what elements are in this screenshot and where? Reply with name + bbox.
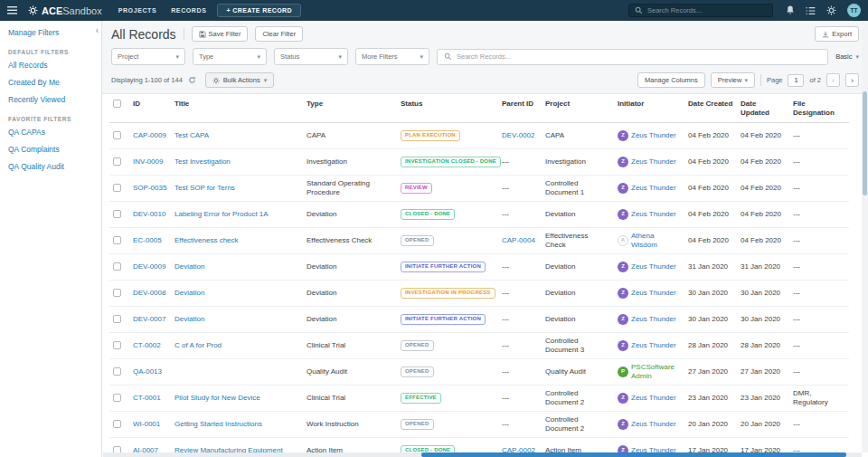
manage-columns-button[interactable]: Manage Columns — [637, 72, 705, 88]
parent-id-link[interactable]: --- — [502, 341, 509, 349]
manage-filters-link[interactable]: Manage Filters — [8, 28, 96, 37]
record-title-link[interactable]: Getting Started Instructions — [175, 420, 262, 428]
table-row[interactable]: CT-0001 Pilot Study for New Device Clini… — [109, 386, 849, 412]
parent-id-link[interactable]: CAP-0004 — [502, 236, 535, 244]
initiator-link[interactable]: Zeus Thunder — [631, 210, 676, 219]
parent-id-link[interactable]: --- — [502, 262, 509, 271]
initiator-link[interactable]: Zeus Thunder — [631, 157, 676, 167]
sidebar-filter-link[interactable]: Recently Viewed — [8, 95, 96, 104]
horizontal-scrollbar-thumb[interactable] — [421, 452, 846, 457]
sidebar-filter-link[interactable]: QA Complaints — [8, 145, 96, 154]
parent-id-link[interactable]: --- — [502, 184, 509, 192]
table-row[interactable]: DEV-0008 Deviation Deviation INVESTIGATI… — [109, 281, 849, 307]
table-row[interactable]: DEV-0009 Deviation Deviation INITIATE FU… — [109, 254, 849, 281]
row-checkbox[interactable] — [113, 184, 121, 192]
filter-dropdown[interactable]: Project▾ — [111, 48, 185, 65]
vertical-scrollbar-thumb[interactable] — [863, 91, 867, 195]
parent-id-link[interactable]: --- — [502, 289, 509, 297]
parent-id-link[interactable]: --- — [502, 420, 509, 428]
table-row[interactable]: DEV-0010 Labeling Error for Product 1A D… — [109, 202, 849, 228]
parent-id-link[interactable]: --- — [502, 210, 509, 218]
records-search-input[interactable] — [457, 52, 821, 61]
app-logo[interactable]: ACESandbox — [28, 5, 102, 16]
row-checkbox[interactable] — [113, 210, 121, 218]
row-checkbox[interactable] — [113, 157, 121, 166]
notifications-bell-icon[interactable] — [786, 5, 795, 15]
initiator-link[interactable]: Zeus Thunder — [631, 341, 676, 350]
hamburger-menu-icon[interactable] — [7, 6, 17, 14]
parent-id-link[interactable]: --- — [502, 394, 509, 402]
record-title-link[interactable]: Deviation — [175, 289, 204, 297]
row-checkbox[interactable] — [113, 236, 121, 244]
parent-id-link[interactable]: --- — [502, 315, 509, 323]
table-row[interactable]: INV-0009 Test Investigation Investigatio… — [109, 149, 849, 176]
record-id-link[interactable]: CAP-0009 — [133, 131, 166, 139]
initiator-link[interactable]: Zeus Thunder — [631, 315, 676, 324]
table-row[interactable]: SOP-0035 Test SOP for Terns Standard Ope… — [109, 176, 849, 202]
initiator-link[interactable]: Athena Wisdom — [631, 232, 681, 250]
user-avatar[interactable]: TT — [847, 4, 861, 17]
record-id-link[interactable]: INV-0009 — [133, 157, 163, 166]
row-checkbox[interactable] — [113, 289, 121, 297]
record-title-link[interactable]: Pilot Study for New Device — [175, 394, 260, 402]
record-title-link[interactable]: C of A for Prod — [175, 341, 222, 349]
row-checkbox[interactable] — [113, 315, 121, 323]
navbar-search-input[interactable] — [647, 6, 767, 14]
parent-id-link[interactable]: DEV-0002 — [502, 131, 534, 139]
initiator-link[interactable]: PSCSoftware Admin — [631, 363, 681, 381]
column-header[interactable]: Initiator — [614, 94, 684, 123]
view-mode-dropdown[interactable]: Basic▾ — [835, 52, 859, 61]
sidebar-filter-link[interactable]: QA Quality Audit — [8, 162, 96, 171]
table-row[interactable]: WI-0001 Getting Started Instructions Wor… — [109, 412, 849, 438]
row-checkbox[interactable] — [113, 341, 121, 349]
row-checkbox[interactable] — [113, 367, 121, 376]
record-title-link[interactable]: Deviation — [175, 262, 204, 271]
nav-projects[interactable]: PROJECTS — [118, 7, 157, 14]
filter-dropdown[interactable]: Type▾ — [193, 48, 267, 65]
refresh-icon[interactable] — [188, 76, 196, 84]
settings-gear-icon[interactable] — [826, 5, 836, 15]
record-id-link[interactable]: WI-0001 — [133, 420, 160, 428]
records-search[interactable] — [437, 49, 828, 65]
record-title-link[interactable]: Effectiveness check — [175, 236, 239, 244]
initiator-link[interactable]: Zeus Thunder — [631, 131, 676, 140]
column-header[interactable]: Parent ID — [498, 94, 542, 123]
column-header[interactable]: Date Updated — [737, 94, 789, 123]
prev-page-button[interactable]: ‹ — [826, 73, 840, 87]
table-row[interactable]: QA-0013 Quality Audit OPENED --- Quality… — [109, 359, 849, 386]
record-title-link[interactable]: Test CAPA — [175, 131, 209, 139]
sidebar-filter-link[interactable]: Created By Me — [8, 78, 96, 87]
vertical-scrollbar[interactable] — [862, 21, 868, 452]
record-title-link[interactable]: Labeling Error for Product 1A — [175, 210, 269, 218]
row-checkbox[interactable] — [113, 262, 121, 271]
row-checkbox[interactable] — [113, 420, 121, 428]
record-id-link[interactable]: CT-0001 — [133, 394, 161, 402]
next-page-button[interactable]: › — [845, 73, 859, 87]
clear-filter-button[interactable]: Clear Filter — [255, 26, 303, 42]
record-id-link[interactable]: DEV-0010 — [133, 210, 165, 218]
select-all-checkbox[interactable] — [113, 100, 121, 108]
record-title-link[interactable]: Test SOP for Terns — [175, 184, 235, 192]
table-row[interactable]: CT-0002 C of A for Prod Clinical Trial O… — [109, 333, 849, 359]
tasks-list-icon[interactable] — [806, 6, 816, 15]
initiator-link[interactable]: Zeus Thunder — [631, 289, 676, 298]
bulk-actions-button[interactable]: Bulk Actions▾ — [205, 72, 274, 88]
initiator-link[interactable]: Zeus Thunder — [631, 420, 676, 429]
row-checkbox[interactable] — [113, 394, 121, 402]
record-title-link[interactable]: Test Investigation — [175, 157, 231, 166]
parent-id-link[interactable]: --- — [502, 157, 509, 166]
export-button[interactable]: Export — [815, 26, 859, 42]
navbar-search[interactable] — [628, 4, 773, 17]
record-id-link[interactable]: SOP-0035 — [133, 184, 166, 192]
filter-dropdown[interactable]: More Filters▾ — [355, 48, 429, 65]
horizontal-scrollbar[interactable] — [103, 452, 862, 457]
row-checkbox[interactable] — [113, 131, 121, 139]
column-header[interactable]: Type — [303, 94, 397, 123]
filter-dropdown[interactable]: Status▾ — [274, 48, 348, 65]
sidebar-filter-link[interactable]: All Records — [8, 61, 96, 70]
column-header[interactable]: Project — [542, 94, 614, 123]
preview-button[interactable]: Preview▾ — [711, 72, 755, 88]
sidebar-filter-link[interactable]: QA CAPAs — [8, 128, 96, 137]
parent-id-link[interactable]: --- — [502, 367, 509, 376]
record-id-link[interactable]: CT-0002 — [133, 341, 161, 349]
